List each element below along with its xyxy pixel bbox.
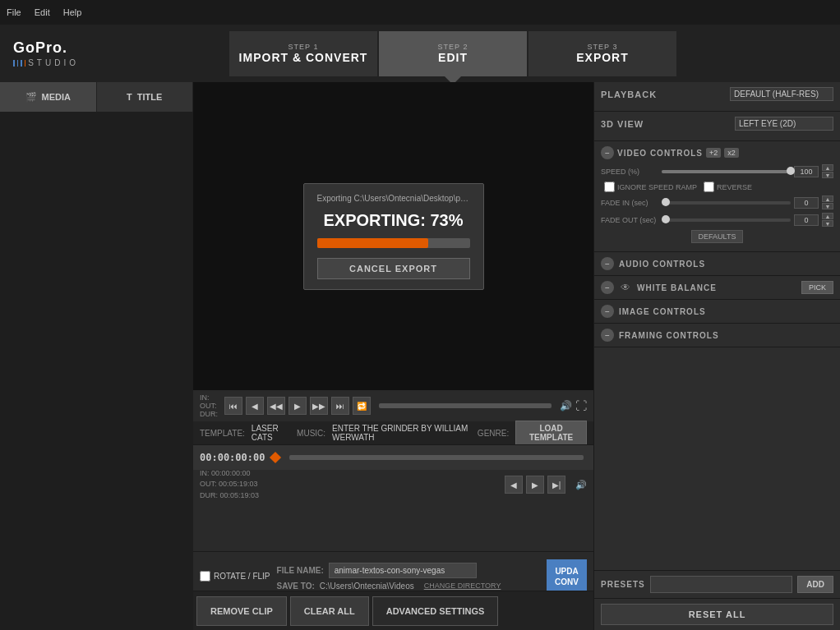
- rotate-flip-label: ROTATE / FLIP: [214, 572, 270, 581]
- playback-title: PLAYBACK: [601, 90, 657, 99]
- tl-play-button[interactable]: ▶: [526, 476, 544, 494]
- reverse-label: REVERSE: [717, 183, 752, 191]
- fade-out-up-arrow[interactable]: ▲: [822, 213, 833, 219]
- video-controls-title: VIDEO CONTROLS: [617, 149, 703, 158]
- clear-all-button[interactable]: CLEAR ALL: [290, 596, 369, 626]
- playback-header: PLAYBACK DEFAULT (HALF-RES): [601, 87, 833, 101]
- step-back-button[interactable]: ◀: [246, 397, 264, 415]
- play-back-button[interactable]: ◀◀: [267, 397, 285, 415]
- step-forward-button[interactable]: ▶: [288, 397, 307, 415]
- cancel-export-button[interactable]: CANCEL EXPORT: [317, 258, 470, 279]
- remove-clip-button[interactable]: REMOVE CLIP: [196, 596, 287, 626]
- speed-label: SPEED (%): [601, 168, 658, 176]
- 3d-view-dropdown[interactable]: LEFT EYE (2D): [735, 117, 833, 131]
- left-content-area: [0, 112, 193, 630]
- right-spacer: [594, 347, 840, 570]
- presets-add-button[interactable]: ADD: [797, 576, 833, 593]
- reset-all-button[interactable]: RESET ALL: [601, 604, 833, 625]
- fade-out-arrows: ▲ ▼: [822, 213, 833, 227]
- bottom-buttons-row: ROTATE / FLIP FILE NAME: SAVE TO: C:\Use…: [193, 551, 593, 591]
- framing-controls-title: FRAMING CONTROLS: [619, 331, 719, 340]
- playback-section: PLAYBACK DEFAULT (HALF-RES): [594, 82, 840, 112]
- image-controls-row[interactable]: − IMAGE CONTROLS: [594, 300, 840, 324]
- genre-label: GENRE:: [478, 429, 509, 438]
- step-2-label: EDIT: [438, 51, 468, 64]
- audio-collapse-btn[interactable]: −: [601, 257, 614, 270]
- video-scrubber[interactable]: [379, 403, 552, 408]
- media-icon: 🎬: [25, 92, 37, 103]
- loop-button[interactable]: 🔁: [353, 397, 371, 415]
- fade-out-slider[interactable]: [662, 218, 791, 222]
- tl-next-button[interactable]: ▶|: [547, 476, 565, 494]
- skip-start-button[interactable]: ⏮: [224, 397, 242, 415]
- fade-in-down-arrow[interactable]: ▼: [822, 203, 833, 209]
- wb-collapse-btn[interactable]: −: [601, 281, 614, 294]
- ignore-speed-ramp-checkbox[interactable]: [604, 182, 615, 192]
- logo-block-2: [17, 60, 19, 67]
- timeline-area: 00:00:00:00 IN: 00:00:00:00 OUT: 00:05:1…: [193, 444, 593, 551]
- framing-controls-row[interactable]: − FRAMING CONTROLS: [594, 324, 840, 347]
- play-forward-button[interactable]: ▶▶: [310, 397, 328, 415]
- tl-prev-button[interactable]: ◀: [505, 476, 523, 494]
- fade-in-input[interactable]: [794, 197, 819, 209]
- fade-out-input[interactable]: [794, 214, 819, 226]
- tab-title[interactable]: T TITLE: [97, 82, 194, 112]
- save-to-value: C:\Users\Ontecnia\Videos: [320, 582, 414, 591]
- skip-end-button[interactable]: ⏭: [331, 397, 349, 415]
- reverse-item: REVERSE: [704, 182, 752, 192]
- reset-all-section: RESET ALL: [594, 598, 840, 630]
- reverse-checkbox[interactable]: [704, 182, 714, 192]
- playback-dropdown[interactable]: DEFAULT (HALF-RES): [730, 87, 833, 101]
- ignore-speed-ramp-label: IGNORE SPEED RAMP: [617, 183, 697, 191]
- speed-down-arrow[interactable]: ▼: [822, 172, 833, 178]
- step-3[interactable]: STEP 3 EXPORT: [528, 31, 676, 76]
- fade-out-down-arrow[interactable]: ▼: [822, 220, 833, 227]
- video-preview: 📷 Exporting C:\Users\Ontecnia\Desktop\pr…: [193, 82, 593, 390]
- rotate-flip-control: ROTATE / FLIP: [200, 571, 270, 582]
- 3d-view-header: 3D VIEW LEFT EYE (2D): [601, 117, 833, 131]
- white-balance-row[interactable]: − 👁 WHITE BALANCE PICK: [594, 276, 840, 300]
- app-header: GoPro. STUDIO STEP 1 IMPORT & CONVERT ST…: [0, 25, 840, 82]
- menu-file[interactable]: File: [7, 7, 21, 17]
- template-bar: TEMPLATE: LASER CATS MUSIC: ENTER THE GR…: [193, 421, 593, 444]
- in-out-display: IN: OUT: DUR:: [200, 393, 218, 418]
- left-panel: 🎬 MEDIA T TITLE: [0, 82, 193, 630]
- audio-controls-title: AUDIO CONTROLS: [619, 260, 705, 269]
- advanced-settings-button[interactable]: ADVANCED SETTINGS: [372, 596, 499, 626]
- fullscreen-button[interactable]: ⛶: [575, 399, 587, 412]
- fade-in-up-arrow[interactable]: ▲: [822, 195, 833, 202]
- speed-up-arrow[interactable]: ▲: [822, 164, 833, 171]
- ic-collapse-btn[interactable]: −: [601, 305, 614, 318]
- step-2[interactable]: STEP 2 EDIT: [379, 31, 527, 76]
- 3d-view-section: 3D VIEW LEFT EYE (2D): [594, 112, 840, 141]
- speed-slider[interactable]: [662, 170, 791, 173]
- fade-in-slider[interactable]: [662, 201, 791, 205]
- load-template-button[interactable]: LOAD TEMPLATE: [515, 421, 587, 445]
- fc-collapse-btn[interactable]: −: [601, 329, 614, 342]
- menu-help[interactable]: Help: [63, 7, 82, 17]
- tab-media[interactable]: 🎬 MEDIA: [0, 82, 97, 112]
- template-label: TEMPLATE:: [200, 429, 245, 438]
- speed-input[interactable]: [794, 166, 819, 177]
- rotate-flip-checkbox[interactable]: [200, 571, 210, 582]
- export-dialog-title: Exporting C:\Users\Ontecnia\Desktop\prue…: [317, 194, 470, 203]
- update-convert-button[interactable]: UPDACONV: [547, 559, 587, 594]
- presets-input[interactable]: [650, 576, 793, 593]
- main-area: 🎬 MEDIA T TITLE 📷 Exporting C:\Users\Ont…: [0, 82, 840, 630]
- volume-icon[interactable]: 🔊: [560, 400, 572, 412]
- fade-in-row: FADE IN (sec) ▲ ▼: [601, 195, 833, 209]
- timeline-scrubber[interactable]: [289, 455, 584, 460]
- file-name-input[interactable]: [329, 563, 477, 578]
- steps-nav: STEP 1 IMPORT & CONVERT STEP 2 EDIT STEP…: [229, 31, 676, 76]
- tl-volume-icon[interactable]: 🔊: [575, 480, 587, 490]
- step-3-num: STEP 3: [588, 43, 618, 51]
- defaults-button[interactable]: DEFAULTS: [691, 230, 744, 243]
- title-icon: T: [127, 92, 132, 102]
- white-balance-pick-button[interactable]: PICK: [801, 281, 833, 294]
- video-controls-collapse[interactable]: −: [601, 146, 614, 159]
- change-directory-link[interactable]: CHANGE DIRECTORY: [424, 582, 501, 590]
- step-1[interactable]: STEP 1 IMPORT & CONVERT: [229, 31, 377, 76]
- wb-eye-icon[interactable]: 👁: [619, 281, 632, 294]
- audio-controls-row[interactable]: − AUDIO CONTROLS: [594, 252, 840, 276]
- menu-edit[interactable]: Edit: [35, 7, 50, 17]
